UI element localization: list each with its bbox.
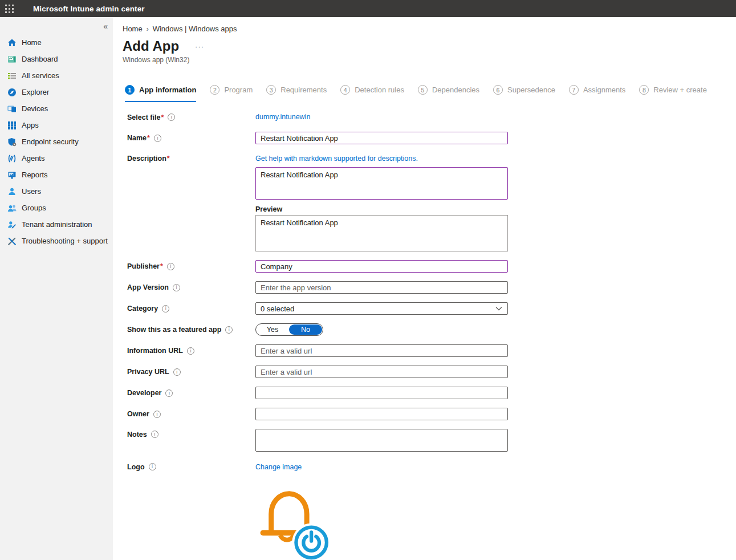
- change-image-link[interactable]: Change image: [255, 463, 302, 471]
- sidebar-item-label: Groups: [22, 204, 46, 212]
- step-label: Requirements: [280, 86, 327, 94]
- sidebar-item-endpoint-security[interactable]: Endpoint security: [0, 133, 113, 150]
- info-icon[interactable]: i: [153, 411, 161, 418]
- all-services-icon: [7, 71, 17, 80]
- sidebar-item-devices[interactable]: Devices: [0, 100, 113, 117]
- privacy-url-input[interactable]: [255, 366, 508, 378]
- sidebar-item-label: Devices: [22, 104, 48, 113]
- form-row-featured: Show this as a featured app i Yes No: [127, 323, 727, 336]
- info-icon[interactable]: i: [162, 305, 169, 313]
- info-icon[interactable]: i: [149, 463, 156, 470]
- breadcrumb-separator: ›: [147, 25, 149, 33]
- step-review-create[interactable]: 8 Review + create: [639, 85, 707, 102]
- name-input[interactable]: [255, 132, 508, 144]
- tenant-administration-icon: [7, 220, 17, 229]
- agents-icon: [7, 154, 17, 163]
- description-textarea[interactable]: Restart Notification App: [255, 167, 508, 200]
- form-row-category: Category i 0 selected: [127, 302, 727, 315]
- form-row-name: Name* i: [127, 132, 727, 144]
- sidebar-item-label: Apps: [22, 121, 39, 129]
- sidebar-item-label: Agents: [22, 154, 44, 163]
- publisher-input[interactable]: [255, 260, 508, 273]
- info-icon[interactable]: i: [154, 135, 161, 142]
- sidebar-item-home[interactable]: Home: [0, 34, 113, 51]
- step-assignments[interactable]: 7 Assignments: [569, 85, 625, 102]
- breadcrumb: Home › Windows | Windows apps: [123, 25, 727, 33]
- info-icon[interactable]: i: [225, 326, 233, 334]
- app-version-input[interactable]: [255, 281, 508, 294]
- sidebar-item-apps[interactable]: Apps: [0, 117, 113, 133]
- selected-file-link[interactable]: dummy.intunewin: [255, 113, 310, 121]
- step-label: Review + create: [653, 86, 707, 94]
- sidebar-item-troubleshooting-support[interactable]: Troubleshooting + support: [0, 233, 113, 249]
- step-number: 3: [266, 85, 276, 95]
- featured-toggle-no[interactable]: No: [289, 324, 322, 335]
- step-program[interactable]: 2 Program: [210, 85, 253, 102]
- owner-label: Owner: [127, 410, 149, 418]
- sidebar-item-tenant-administration[interactable]: Tenant administration: [0, 216, 113, 233]
- sidebar-item-users[interactable]: Users: [0, 183, 113, 200]
- featured-toggle-yes[interactable]: Yes: [256, 326, 289, 334]
- page-title: Add App: [123, 38, 179, 54]
- sidebar-item-all-services[interactable]: All services: [0, 67, 113, 84]
- form-row-app-version: App Version i: [127, 281, 727, 294]
- bell-icon: [271, 494, 307, 531]
- sidebar-item-label: Tenant administration: [22, 220, 92, 229]
- sidebar-item-label: Explorer: [22, 88, 49, 96]
- info-icon[interactable]: i: [173, 368, 181, 376]
- topbar-title: Microsoft Intune admin center: [33, 5, 145, 13]
- info-icon[interactable]: i: [187, 347, 194, 355]
- step-app-information[interactable]: 1 App information: [125, 85, 196, 102]
- more-options-icon[interactable]: ···: [195, 42, 204, 51]
- step-dependencies[interactable]: 5 Dependencies: [418, 85, 479, 102]
- description-preview-label: Preview: [255, 205, 508, 213]
- sidebar-item-dashboard[interactable]: Dashboard: [0, 51, 113, 67]
- developer-input[interactable]: [255, 387, 508, 399]
- sidebar-item-label: Users: [22, 187, 41, 196]
- form-row-developer: Developer i: [127, 387, 727, 399]
- sidebar-collapse-icon[interactable]: «: [103, 22, 108, 31]
- step-number: 6: [493, 85, 503, 95]
- step-number: 1: [125, 85, 135, 95]
- sidebar-item-label: Home: [22, 38, 42, 47]
- main-content: Home › Windows | Windows apps Add App ··…: [113, 17, 736, 560]
- step-detection-rules[interactable]: 4 Detection rules: [340, 85, 404, 102]
- step-supersedence[interactable]: 6 Supersedence: [493, 85, 555, 102]
- info-icon[interactable]: i: [167, 263, 174, 270]
- sidebar-item-label: Troubleshooting + support: [22, 237, 108, 245]
- home-icon: [7, 38, 17, 47]
- step-number: 2: [210, 85, 219, 95]
- featured-toggle[interactable]: Yes No: [255, 323, 323, 336]
- markdown-help-link[interactable]: Get help with markdown supported for des…: [255, 155, 418, 163]
- sidebar-item-groups[interactable]: Groups: [0, 200, 113, 216]
- info-icon[interactable]: i: [168, 113, 175, 121]
- sidebar-item-explorer[interactable]: Explorer: [0, 84, 113, 100]
- breadcrumb-home[interactable]: Home: [123, 25, 143, 33]
- form-row-notes: Notes i: [127, 429, 727, 452]
- info-icon[interactable]: i: [165, 389, 173, 397]
- info-icon[interactable]: i: [151, 431, 158, 438]
- sidebar-item-agents[interactable]: Agents: [0, 150, 113, 167]
- app-launcher-button[interactable]: [0, 0, 24, 17]
- category-dropdown[interactable]: 0 selected: [255, 302, 508, 315]
- sidebar-item-label: Endpoint security: [22, 137, 79, 146]
- waffle-icon: [5, 5, 14, 13]
- form-row-privacy-url: Privacy URL i: [127, 366, 727, 378]
- topbar: Microsoft Intune admin center: [0, 0, 736, 17]
- form-row-publisher: Publisher* i: [127, 260, 727, 273]
- notes-textarea[interactable]: [255, 429, 508, 452]
- developer-label: Developer: [127, 389, 161, 397]
- breadcrumb-windows-apps[interactable]: Windows | Windows apps: [153, 25, 237, 33]
- notes-label: Notes: [127, 431, 147, 439]
- step-requirements[interactable]: 3 Requirements: [266, 85, 327, 102]
- info-icon[interactable]: i: [173, 284, 180, 291]
- form-row-description: Description* Get help with markdown supp…: [127, 153, 727, 251]
- step-label: Dependencies: [432, 86, 479, 94]
- chevron-down-icon: [495, 306, 502, 311]
- information-url-input[interactable]: [255, 344, 508, 357]
- sidebar-item-reports[interactable]: Reports: [0, 167, 113, 183]
- apps-icon: [7, 121, 17, 130]
- name-label: Name*: [127, 134, 150, 142]
- form-row-logo: Logo i Change image: [127, 461, 727, 560]
- owner-input[interactable]: [255, 408, 508, 420]
